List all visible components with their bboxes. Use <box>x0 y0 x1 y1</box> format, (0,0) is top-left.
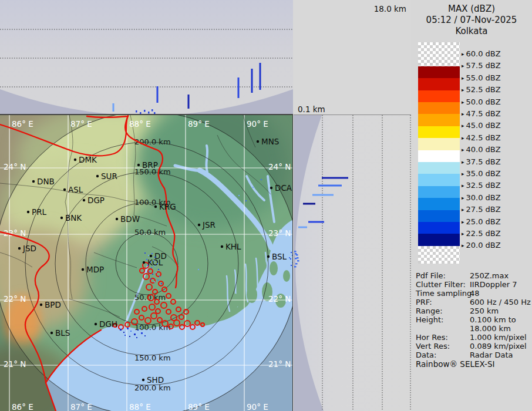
range-ring-label-south: 150.0 km <box>134 353 171 362</box>
echo-pixel <box>134 333 136 335</box>
range-ring-label-north: 200.0 km <box>134 137 171 146</box>
echo-pixel <box>123 332 124 333</box>
scale-tick-label: ▸42.5 dBZ <box>462 133 501 143</box>
metadata-value: 600 Hz / 450 Hz <box>470 298 531 306</box>
city-dot <box>150 255 152 257</box>
city-label: DNB <box>37 177 55 186</box>
scale-tick-arrow-icon: ▸ <box>462 85 464 95</box>
city-dot <box>27 211 29 213</box>
software-brand: Rainbow® SELEX-SI <box>416 359 494 369</box>
echo-pixel <box>159 276 160 277</box>
echo-pixel <box>144 335 146 336</box>
max-height-label: 18.0 km <box>346 4 406 14</box>
latitude-label-right: 22° N <box>268 294 291 304</box>
city-label: ASL <box>68 185 83 194</box>
metadata-label: Hor Res: <box>416 333 448 342</box>
metadata-row: PRF:600 Hz / 450 Hz <box>416 298 531 306</box>
scale-tick-value: 20.0 dBZ <box>466 241 501 250</box>
echo-pixel <box>158 269 159 270</box>
echo-pixel <box>140 327 141 328</box>
scale-block-color <box>418 90 460 102</box>
scale-block-color <box>418 174 460 186</box>
metadata-label: Vert Res: <box>416 342 450 351</box>
city-dot <box>154 206 157 208</box>
city-label: MDP <box>86 265 104 274</box>
radar-display-window: 18.0 km 0.1 km <box>0 0 532 411</box>
echo-pixel <box>238 195 240 196</box>
city-dot <box>142 379 144 381</box>
metadata-label: Range: <box>416 306 443 315</box>
city-dot <box>221 245 223 248</box>
scale-block-color <box>418 138 460 150</box>
longitude-label-top: 89° E <box>188 119 210 129</box>
city-dot <box>198 224 200 226</box>
city-label: JSD <box>22 244 36 253</box>
scale-tick-label: ▸20.0 dBZ <box>462 241 501 250</box>
scale-tick-value: 25.0 dBZ <box>466 217 501 226</box>
metadata-row: Vert Res:0.089 km/pixel <box>416 342 531 351</box>
scale-block-color <box>418 162 460 174</box>
scale-tick-value: 37.5 dBZ <box>466 157 501 166</box>
radar-map: 50.0 km50.0 km100.0 km100.0 km150.0 km15… <box>0 114 293 411</box>
scale-tick-value: 60.0 dBZ <box>466 49 501 58</box>
echo-pixel <box>151 267 152 268</box>
scale-tick-value: 40.0 dBZ <box>466 145 501 154</box>
longitude-label-top: 88° E <box>129 119 151 129</box>
echo-speck <box>136 110 137 113</box>
city-dot <box>63 188 66 191</box>
scale-tick-label: ▸55.0 dBZ <box>462 73 501 83</box>
scale-block-color <box>418 66 460 78</box>
metadata-row: Data:Radar Data <box>416 351 531 359</box>
longitude-label-top: 90° E <box>247 119 268 129</box>
echo-speck <box>297 257 299 259</box>
scale-tick-label: ▸40.0 dBZ <box>462 145 501 154</box>
latitude-label-right: 21° N <box>268 359 291 369</box>
scale-tick-value: 52.5 dBZ <box>466 85 501 94</box>
scale-tick-label: ▸60.0 dBZ <box>462 49 501 59</box>
metadata-value: IIRDoppler 7 <box>470 280 531 289</box>
echo-pixel <box>154 281 155 282</box>
city-dot <box>257 140 259 143</box>
scale-tick-label: ▸52.5 dBZ <box>462 85 501 95</box>
scale-tick-label: ▸32.5 dBZ <box>462 181 501 190</box>
city-dot <box>50 332 53 334</box>
metadata-label: Time sampling: <box>416 289 474 298</box>
metadata-row: Hor Res:1.000 km/pixel <box>416 333 531 342</box>
city-label: PRL <box>32 207 47 217</box>
echo-pixel <box>290 258 291 260</box>
longitude-label-bottom: 90° E <box>247 402 268 411</box>
metadata-label: Pdf File: <box>416 271 446 280</box>
echo-pixel <box>252 187 254 188</box>
latitude-label-left: 24° N <box>4 162 26 171</box>
city-label: DCA <box>275 183 292 193</box>
city-dot <box>143 261 145 264</box>
scale-block-color <box>418 150 460 162</box>
echo-pixel <box>245 200 247 201</box>
echo-speck <box>294 251 297 252</box>
scale-tick-arrow-icon: ▸ <box>462 241 464 250</box>
min-height-label: 0.1 km <box>298 105 325 114</box>
echo-pixel <box>147 265 149 266</box>
scale-tick-arrow-icon: ▸ <box>462 133 464 143</box>
echo-pixel <box>291 265 292 266</box>
metadata-label: Data: <box>416 351 436 359</box>
longitude-label-top: 87° E <box>70 119 92 129</box>
right-projection-plot <box>294 114 411 411</box>
echo-pixel <box>137 329 139 331</box>
echo-speck <box>297 260 299 262</box>
scale-block-transparent-bottom <box>418 246 460 264</box>
city-dot <box>74 159 76 161</box>
city-dot <box>267 255 270 258</box>
scale-block-color <box>418 210 460 222</box>
scale-tick-arrow-icon: ▸ <box>462 61 464 70</box>
scale-tick-arrow-icon: ▸ <box>462 193 464 203</box>
metadata-value: 250 km <box>470 306 531 315</box>
echo-speck <box>154 112 156 114</box>
latitude-label-right: 24° N <box>268 162 291 171</box>
metadata-value: 250Z.max <box>470 271 531 280</box>
city-label: BSL <box>272 252 287 261</box>
scale-tick-value: 27.5 dBZ <box>466 205 501 214</box>
scale-tick-value: 57.5 dBZ <box>466 61 501 70</box>
metadata-row: Pdf File:250Z.max <box>416 271 531 280</box>
longitude-label-bottom: 87° E <box>70 402 92 411</box>
